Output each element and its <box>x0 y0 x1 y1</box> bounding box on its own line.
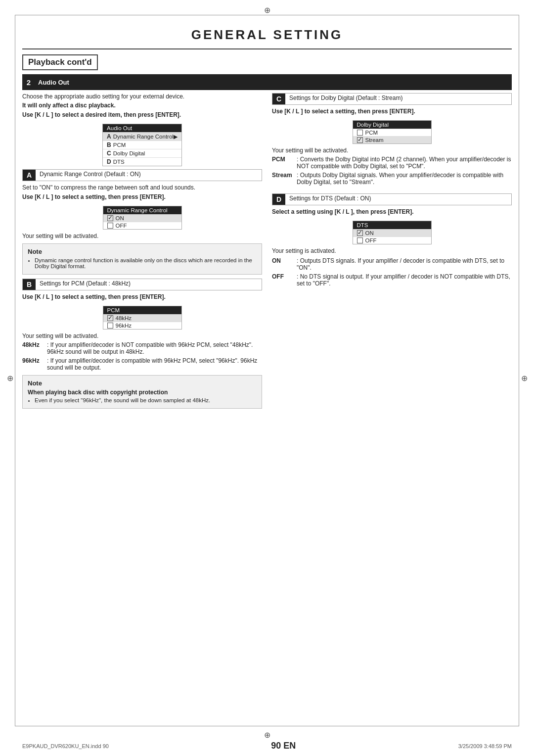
drc-on-row[interactable]: ON <box>103 214 181 222</box>
letter-a: A <box>23 170 36 181</box>
note-b-list: Even if you select "96kHz", the sound wi… <box>28 397 257 403</box>
left-column: Choose the appropriate audio setting for… <box>22 93 262 413</box>
block-b-after: Your setting will be activated. <box>22 332 262 339</box>
block-d-header: D Settings for DTS (Default : ON) <box>272 193 512 205</box>
page-title: GENERAL SETTING <box>22 22 512 49</box>
letter-c: C <box>272 94 285 104</box>
note-b-item: Even if you select "96kHz", the sound wi… <box>35 397 257 403</box>
dts-menu: DTS ON OFF <box>353 221 432 244</box>
footer: E9PKAUD_DVR620KU_EN.indd 90 90 EN 3/25/2… <box>22 741 512 751</box>
letter-b: B <box>23 279 36 290</box>
def-d-on-desc: : Outputs DTS signals. If your amplifier… <box>297 257 512 271</box>
def-c-stream: Stream <box>272 172 297 186</box>
note-b-bold: When playing back disc with copyright pr… <box>28 389 257 396</box>
drc-off-checkbox[interactable] <box>107 223 113 229</box>
menu-item-pcm[interactable]: B PCM <box>103 141 181 149</box>
menu-item-dynamic-range[interactable]: A Dynamic Range Control ▶ <box>103 132 181 141</box>
def-c-pcm: PCM <box>272 156 297 170</box>
step2-title: Audio Out <box>38 79 69 86</box>
right-column: C Settings for Dolby Digital (Default : … <box>272 93 512 413</box>
menu-item-label: Dolby Digital <box>113 150 145 156</box>
letter-d: D <box>272 194 285 205</box>
block-d-def-off: OFF : No DTS signal is output. If your a… <box>272 273 512 287</box>
block-b-def-96: 96kHz : If your amplifier/decoder is com… <box>22 357 262 371</box>
page-number: 90 EN <box>271 741 296 751</box>
reg-mark-left: ⊕ <box>6 374 14 382</box>
dolby-pcm-label: PCM <box>365 130 378 136</box>
pcm-48-label: 48kHz <box>116 315 132 321</box>
dts-on-row[interactable]: ON <box>353 229 431 236</box>
audio-out-menu: Audio Out A Dynamic Range Control ▶ B PC… <box>102 124 182 166</box>
note-a-item: Dynamic range control function is availa… <box>35 257 257 269</box>
dynamic-range-menu: Dynamic Range Control ON OFF <box>103 206 182 230</box>
block-d-desc: Settings for DTS (Default : ON) <box>285 194 375 203</box>
block-a-desc: Dynamic Range Control (Default : ON) <box>36 170 145 179</box>
step2-badge: 2 <box>22 76 35 89</box>
border-bottom <box>15 726 519 726</box>
block-c-after: Your setting will be activated. <box>272 147 512 154</box>
border-right <box>519 15 519 726</box>
pcm-48-checkbox[interactable] <box>107 315 113 321</box>
def-c-pcm-desc: : Converts the Dolby Digital into PCM (2… <box>297 156 512 170</box>
border-left <box>15 15 15 726</box>
block-d-instruction: Select a setting using [K / L ], then pr… <box>272 208 512 215</box>
dts-on-checkbox[interactable] <box>357 230 363 236</box>
section-header: Playback cont'd <box>22 54 98 70</box>
block-d-def-on: ON : Outputs DTS signals. If your amplif… <box>272 257 512 271</box>
reg-mark-top: ⊕ <box>263 6 271 14</box>
dolby-header: Dolby Digital <box>353 121 431 129</box>
block-d-after: Your setting is activated. <box>272 247 512 254</box>
def-d-off-desc: : No DTS signal is output. If your ampli… <box>297 273 512 287</box>
border-top <box>15 15 519 15</box>
footer-left: E9PKAUD_DVR620KU_EN.indd 90 <box>22 743 109 749</box>
dolby-stream-checkbox[interactable] <box>357 137 363 143</box>
dynamic-range-header: Dynamic Range Control <box>103 206 181 214</box>
dolby-stream-label: Stream <box>365 137 384 143</box>
step2-row: 2 Audio Out <box>22 74 512 90</box>
reg-mark-bottom: ⊕ <box>263 731 271 739</box>
menu-item-dts[interactable]: D DTS <box>103 157 181 166</box>
footer-right: 3/25/2009 3:48:59 PM <box>458 743 512 749</box>
dts-off-checkbox[interactable] <box>357 237 363 243</box>
note-a-title: Note <box>28 248 257 255</box>
dts-header: DTS <box>353 221 431 229</box>
step2-instruction: Use [K / L ] to select a desired item, t… <box>22 111 262 118</box>
dts-off-label: OFF <box>365 237 377 243</box>
dolby-pcm-checkbox[interactable] <box>357 130 363 136</box>
pcm-96-row[interactable]: 96kHz <box>103 322 181 329</box>
block-c-def-stream: Stream : Outputs Dolby Digital signals. … <box>272 172 512 186</box>
step2-note-bold: It will only affect a disc playback. <box>22 102 262 109</box>
block-b-def-48: 48kHz : If your amplifier/decoder is NOT… <box>22 341 262 355</box>
arrow-icon: ▶ <box>174 134 178 140</box>
block-b-instruction: Use [K / L ] to select a setting, then p… <box>22 293 262 300</box>
menu-item-label: PCM <box>113 142 126 148</box>
reg-mark-right: ⊕ <box>520 374 528 382</box>
def-d-on: ON <box>272 257 297 271</box>
note-b-title: Note <box>28 379 257 387</box>
dolby-pcm-row[interactable]: PCM <box>353 129 431 136</box>
drc-off-row[interactable]: OFF <box>103 222 181 229</box>
pcm-96-checkbox[interactable] <box>107 323 113 329</box>
pcm-96-label: 96kHz <box>116 323 132 329</box>
block-a-note: Set to "ON" to compress the range betwee… <box>22 184 262 191</box>
menu-item-dolby[interactable]: C Dolby Digital <box>103 149 181 157</box>
dolby-menu: Dolby Digital PCM Stream <box>353 120 432 144</box>
def-desc-48: : If your amplifier/decoder is NOT compa… <box>47 341 262 355</box>
def-term-48: 48kHz <box>22 341 47 355</box>
dolby-stream-row[interactable]: Stream <box>353 136 431 143</box>
pcm-menu: PCM 48kHz 96kHz <box>103 306 182 330</box>
note-a-list: Dynamic range control function is availa… <box>28 257 257 269</box>
def-desc-96: : If your amplifier/decoder is compatibl… <box>47 357 262 371</box>
pcm-48-row[interactable]: 48kHz <box>103 314 181 322</box>
step2-intro: Choose the appropriate audio setting for… <box>22 93 262 100</box>
note-box-a: Note Dynamic range control function is a… <box>22 243 262 275</box>
audio-out-header: Audio Out <box>103 124 181 132</box>
block-c-header: C Settings for Dolby Digital (Default : … <box>272 93 512 105</box>
block-c-desc: Settings for Dolby Digital (Default : St… <box>285 94 406 102</box>
pcm-header: PCM <box>103 306 181 314</box>
dts-off-row[interactable]: OFF <box>353 236 431 244</box>
block-c-def-pcm: PCM : Converts the Dolby Digital into PC… <box>272 156 512 170</box>
menu-item-label: DTS <box>113 159 125 165</box>
drc-on-checkbox[interactable] <box>107 215 113 221</box>
block-a-after: Your setting will be activated. <box>22 233 262 239</box>
